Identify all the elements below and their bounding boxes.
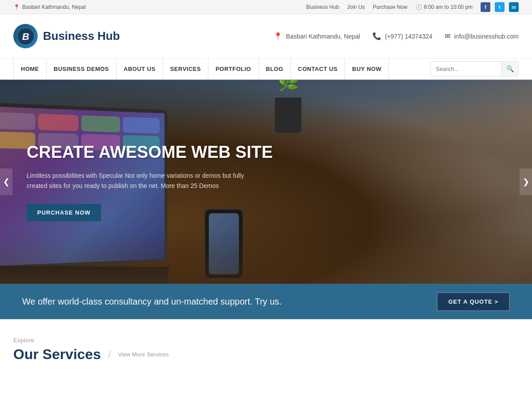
top-bar-right: Business Hub Join Us Purchase Now 🕗 8:00…: [306, 2, 519, 12]
cta-text: We offer world-class consultancy and un-…: [22, 297, 282, 307]
search-input[interactable]: [430, 66, 501, 72]
plant-pot: [275, 98, 301, 133]
table-surface: [0, 231, 532, 284]
social-links: f t in: [481, 2, 519, 12]
facebook-icon[interactable]: f: [481, 2, 490, 12]
hero-section: 🌿 ❮ CREATE AWESOME WEB SITE Limitless po…: [0, 80, 532, 284]
logo-text: Business Hub: [43, 29, 120, 43]
hero-content: CREATE AWESOME WEB SITE Limitless possib…: [0, 142, 299, 221]
nav-home[interactable]: HOME: [13, 58, 47, 79]
business-hours: 🕗 8:00 am to 10:00 pm: [415, 4, 473, 10]
hero-title: CREATE AWESOME WEB SITE: [27, 142, 273, 163]
hours-text: 8:00 am to 10:00 pm: [424, 4, 473, 10]
svg-text:B: B: [22, 31, 29, 42]
services-header: Our Services / View More Services: [13, 346, 519, 363]
hero-purchase-button[interactable]: PURCHASE NOW: [27, 204, 101, 221]
hero-subtitle: Limitless possibilities with Specular No…: [27, 171, 266, 192]
navigation: HOME BUSINESS DEMOS ABOUT US SERVICES PO…: [0, 59, 532, 80]
clock-icon: 🕗: [415, 4, 422, 10]
header: B Business Hub 📍 Basbari Kathmandu, Nepa…: [0, 14, 532, 59]
nav-services[interactable]: SERVICES: [163, 58, 209, 79]
hero-prev-button[interactable]: ❮: [0, 168, 12, 195]
top-nav-business-hub[interactable]: Business Hub: [306, 4, 339, 10]
header-email-text: info@businesshub.com: [454, 33, 519, 40]
top-nav-purchase-now[interactable]: Purchase Now: [373, 4, 407, 10]
header-phone: 📞 (+977) 14374324: [372, 32, 432, 40]
search-box: 🔍: [430, 61, 519, 76]
app-icon: [81, 115, 120, 133]
plant-decoration: 🌿: [275, 98, 301, 133]
app-icon: [122, 117, 160, 134]
view-more-services-link[interactable]: View More Services: [118, 351, 169, 358]
location-text: Basbari Kathmandu, Nepal: [22, 4, 86, 10]
location-icon: 📍: [13, 4, 20, 10]
right-arrow-icon: ❯: [523, 177, 529, 187]
header-location-text: Basbari Kathmandu, Nepal: [286, 33, 360, 40]
header-location: 📍 Basbari Kathmandu, Nepal: [274, 32, 360, 40]
services-explore-label: Explore: [13, 337, 519, 344]
nav-blog[interactable]: BLOG: [259, 58, 291, 79]
phone-icon: 📞: [372, 32, 381, 40]
logo[interactable]: B Business Hub: [13, 24, 120, 48]
nav-portfolio[interactable]: PORTFOLIO: [208, 58, 258, 79]
header-contact: 📍 Basbari Kathmandu, Nepal 📞 (+977) 1437…: [274, 32, 519, 40]
services-divider: /: [108, 348, 111, 361]
services-section: Explore Our Services / View More Service…: [0, 319, 532, 376]
app-icon: [0, 112, 35, 130]
nav-contact-us[interactable]: CONTACT US: [291, 58, 345, 79]
top-nav-join-us[interactable]: Join Us: [347, 4, 365, 10]
linkedin-icon[interactable]: in: [509, 2, 519, 12]
header-location-icon: 📍: [274, 32, 282, 40]
logo-icon: B: [13, 24, 38, 48]
app-icon: [38, 113, 78, 131]
email-icon: ✉: [445, 32, 450, 40]
top-bar-location: 📍 Basbari Kathmandu, Nepal: [13, 4, 86, 10]
nav-business-demos[interactable]: BUSINESS DEMOS: [47, 58, 117, 79]
cta-button[interactable]: GET A QUOTE >: [437, 292, 510, 311]
nav-items: HOME BUSINESS DEMOS ABOUT US SERVICES PO…: [13, 58, 421, 79]
cta-banner: We offer world-class consultancy and un-…: [0, 284, 532, 319]
header-email: ✉ info@businesshub.com: [445, 32, 519, 40]
services-title: Our Services: [13, 346, 101, 363]
nav-about-us[interactable]: ABOUT US: [117, 58, 163, 79]
left-arrow-icon: ❮: [3, 177, 10, 187]
header-phone-text: (+977) 14374324: [385, 33, 432, 40]
nav-buy-now[interactable]: BUY NOW: [345, 58, 389, 79]
top-bar: 📍 Basbari Kathmandu, Nepal Business Hub …: [0, 0, 532, 14]
twitter-icon[interactable]: t: [495, 2, 505, 12]
plant-leaves: 🌿: [275, 80, 301, 92]
search-button[interactable]: 🔍: [501, 61, 518, 76]
hero-next-button[interactable]: ❯: [520, 168, 532, 195]
